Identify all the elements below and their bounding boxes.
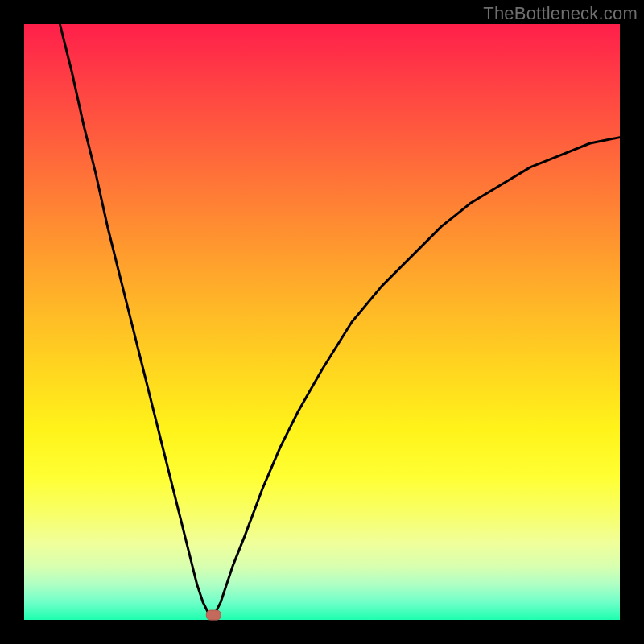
watermark-text: TheBottleneck.com xyxy=(483,3,638,24)
plot-svg xyxy=(24,24,620,620)
chart-frame: TheBottleneck.com xyxy=(0,0,644,644)
minimum-marker xyxy=(206,610,221,620)
bottleneck-curve xyxy=(60,24,620,614)
plot-area xyxy=(24,24,620,620)
